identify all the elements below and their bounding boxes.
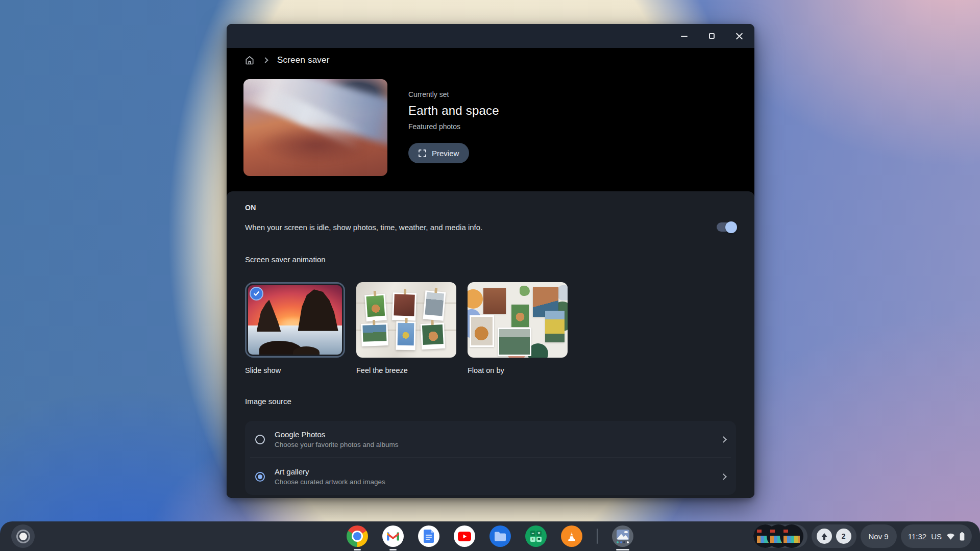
window-titlebar [227, 24, 754, 48]
preview-button-label: Preview [432, 149, 459, 158]
animation-option-slide-show[interactable] [245, 282, 345, 358]
float-on-by-preview [468, 282, 568, 358]
image-source-card: Google Photos Choose your favorite photo… [245, 421, 736, 495]
chrome-icon[interactable] [347, 525, 368, 547]
running-indicator [389, 549, 397, 550]
google-photos-title: Google Photos [275, 430, 398, 439]
preview-button[interactable]: Preview [408, 143, 469, 163]
wifi-icon [946, 533, 955, 540]
slide-show-label: Slide show [245, 366, 345, 374]
close-icon [736, 32, 743, 40]
youtube-icon[interactable] [454, 525, 475, 547]
vlc-icon[interactable] [561, 525, 582, 547]
settings-surface: ON When your screen is idle, show photos… [227, 191, 754, 498]
animation-option-float-on-by[interactable] [468, 282, 568, 358]
chevron-right-icon[interactable] [720, 473, 727, 480]
chevron-right-icon[interactable] [720, 436, 727, 443]
settings-window: Screen saver Currently set Earth and spa… [227, 24, 754, 498]
toggle-description: When your screen is idle, show photos, t… [245, 223, 482, 232]
date-button[interactable]: Nov 9 [861, 524, 897, 548]
gmail-icon[interactable] [382, 525, 404, 547]
shelf-separator [597, 529, 598, 544]
current-screensaver-thumbnail [243, 79, 387, 176]
animation-option-feel-the-breeze[interactable] [356, 282, 456, 358]
selected-check-icon [250, 287, 263, 300]
screensaver-toggle[interactable] [717, 222, 736, 232]
currently-set-label: Currently set [408, 90, 499, 98]
art-gallery-description: Choose curated artwork and images [275, 478, 385, 486]
current-screensaver-title: Earth and space [408, 104, 499, 118]
shelf-apps: −×+= [347, 525, 633, 547]
thumbnail-art [258, 126, 373, 164]
maximize-icon [709, 33, 715, 39]
calculator-icon[interactable]: −×+= [525, 525, 547, 547]
chromeos-desktop: { "colors": { "accent_blue": "#8ab4f8", … [0, 0, 980, 551]
breadcrumb: Screen saver [243, 48, 754, 72]
current-screensaver-subtitle: Featured photos [408, 122, 499, 131]
minimize-icon [681, 36, 688, 37]
system-tray-button[interactable]: 11:32 US [901, 524, 972, 548]
notification-count-badge[interactable]: 2 [836, 529, 851, 544]
page-title: Screen saver [277, 55, 330, 65]
screensaver-enable-row[interactable]: When your screen is idle, show photos, t… [245, 222, 736, 232]
screenshot-thumbnail[interactable] [780, 524, 803, 548]
hero-text: Currently set Earth and space Featured p… [408, 79, 499, 176]
home-icon[interactable] [243, 54, 256, 66]
animation-option-labels: Slide show Feel the breeze Float on by [245, 366, 736, 374]
float-on-by-label: Float on by [468, 366, 568, 374]
feel-the-breeze-label: Feel the breeze [356, 366, 456, 374]
radio-unselected-icon[interactable] [255, 435, 265, 444]
toggle-state-label: ON [245, 191, 736, 212]
radio-selected-icon[interactable] [255, 472, 265, 482]
minimize-button[interactable] [678, 30, 690, 42]
launcher-icon [16, 530, 30, 543]
expand-tray-button[interactable] [817, 529, 832, 544]
animation-options [245, 282, 736, 358]
hero-body: Currently set Earth and space Featured p… [243, 72, 754, 191]
image-source-art-gallery[interactable]: Art gallery Choose curated artwork and i… [245, 458, 736, 495]
animation-section-heading: Screen saver animation [245, 255, 736, 264]
chevron-right-icon [262, 57, 268, 63]
fullscreen-icon [419, 149, 426, 157]
close-button[interactable] [733, 30, 745, 42]
notification-tray-button[interactable]: 2 [812, 524, 856, 548]
launcher-button[interactable] [11, 524, 35, 548]
running-indicator [354, 549, 361, 550]
feel-the-breeze-preview [356, 282, 456, 358]
files-icon[interactable] [489, 525, 511, 547]
google-photos-description: Choose your favorite photos and albums [275, 441, 398, 448]
image-source-google-photos[interactable]: Google Photos Choose your favorite photo… [245, 421, 736, 458]
maximize-button[interactable] [705, 30, 718, 42]
gallery-app-icon[interactable] [612, 525, 633, 547]
keyboard-layout-indicator: US [931, 532, 942, 541]
active-app-indicator [616, 549, 629, 550]
shelf: −×+= 2 Nov 9 11:32 US [0, 521, 980, 551]
art-gallery-title: Art gallery [275, 467, 385, 476]
battery-icon [960, 532, 965, 541]
toggle-thumb [725, 221, 737, 233]
tote-holding-space[interactable] [753, 524, 807, 548]
google-docs-icon[interactable] [418, 525, 439, 547]
hero-section: Screen saver Currently set Earth and spa… [227, 48, 754, 191]
arrow-up-icon [821, 533, 827, 537]
status-area: 2 Nov 9 11:32 US [753, 524, 972, 548]
image-source-heading: Image source [245, 397, 736, 406]
clock: 11:32 [908, 532, 926, 541]
